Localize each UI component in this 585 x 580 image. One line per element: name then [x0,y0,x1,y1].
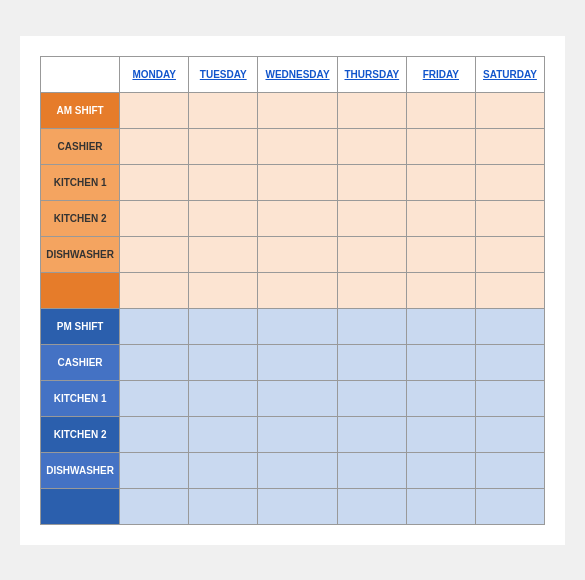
kitchen1-am-thu [337,164,406,200]
table-row: CASHIER [41,128,545,164]
cashier-pm-sat [475,344,544,380]
am-extra-label [41,272,120,308]
dishwasher-am-wed [258,236,338,272]
kitchen2-pm-tue [189,416,258,452]
kitchen1-am-mon [120,164,189,200]
dishwasher-pm-thu [337,452,406,488]
table-row: KITCHEN 2 [41,200,545,236]
dishwasher-pm-mon [120,452,189,488]
dishwasher-am-sat [475,236,544,272]
kitchen1-pm-sat [475,380,544,416]
table-row: KITCHEN 2 [41,416,545,452]
cashier-pm-fri [406,344,475,380]
kitchen1-am-fri [406,164,475,200]
header-wednesday: WEDNESDAY [258,56,338,92]
kitchen2-pm-mon [120,416,189,452]
header-empty [41,56,120,92]
kitchen1-am-label: KITCHEN 1 [41,164,120,200]
pm-extra-mon [120,488,189,524]
header-thursday: THURSDAY [337,56,406,92]
cashier-am-thu [337,128,406,164]
pm-shift-fri [406,308,475,344]
kitchen2-pm-thu [337,416,406,452]
table-row: DISHWASHER [41,452,545,488]
table-row: PM SHIFT [41,308,545,344]
kitchen2-pm-label: KITCHEN 2 [41,416,120,452]
am-shift-mon [120,92,189,128]
kitchen2-am-thu [337,200,406,236]
am-extra-wed [258,272,338,308]
dishwasher-pm-fri [406,452,475,488]
kitchen1-pm-fri [406,380,475,416]
header-monday: MONDAY [120,56,189,92]
kitchen1-pm-thu [337,380,406,416]
am-shift-thu [337,92,406,128]
cashier-am-wed [258,128,338,164]
am-extra-tue [189,272,258,308]
pm-shift-wed [258,308,338,344]
dishwasher-am-thu [337,236,406,272]
pm-shift-sat [475,308,544,344]
pm-extra-thu [337,488,406,524]
table-row: DISHWASHER [41,236,545,272]
table-row [41,272,545,308]
kitchen1-pm-tue [189,380,258,416]
kitchen2-am-tue [189,200,258,236]
cashier-am-label: CASHIER [41,128,120,164]
pm-extra-tue [189,488,258,524]
am-extra-mon [120,272,189,308]
table-row: CASHIER [41,344,545,380]
cashier-pm-mon [120,344,189,380]
dishwasher-pm-tue [189,452,258,488]
schedule-page: MONDAY TUESDAY WEDNESDAY THURSDAY FRIDAY… [20,36,565,545]
table-row: KITCHEN 1 [41,380,545,416]
table-row: AM SHIFT [41,92,545,128]
dishwasher-am-tue [189,236,258,272]
am-shift-sat [475,92,544,128]
cashier-am-fri [406,128,475,164]
am-extra-fri [406,272,475,308]
kitchen2-am-label: KITCHEN 2 [41,200,120,236]
kitchen2-pm-sat [475,416,544,452]
kitchen1-pm-mon [120,380,189,416]
kitchen2-am-fri [406,200,475,236]
dishwasher-am-label: DISHWASHER [41,236,120,272]
am-shift-fri [406,92,475,128]
cashier-am-tue [189,128,258,164]
table-row [41,488,545,524]
dishwasher-am-mon [120,236,189,272]
kitchen1-pm-wed [258,380,338,416]
cashier-am-sat [475,128,544,164]
cashier-pm-wed [258,344,338,380]
kitchen1-am-tue [189,164,258,200]
dishwasher-pm-wed [258,452,338,488]
pm-shift-mon [120,308,189,344]
cashier-am-mon [120,128,189,164]
kitchen1-pm-label: KITCHEN 1 [41,380,120,416]
kitchen2-pm-fri [406,416,475,452]
am-shift-wed [258,92,338,128]
am-extra-sat [475,272,544,308]
cashier-pm-label: CASHIER [41,344,120,380]
cashier-pm-tue [189,344,258,380]
am-shift-label: AM SHIFT [41,92,120,128]
pm-extra-label [41,488,120,524]
pm-shift-thu [337,308,406,344]
dishwasher-pm-label: DISHWASHER [41,452,120,488]
am-extra-thu [337,272,406,308]
kitchen2-am-wed [258,200,338,236]
pm-shift-tue [189,308,258,344]
header-friday: FRIDAY [406,56,475,92]
dishwasher-am-fri [406,236,475,272]
dishwasher-pm-sat [475,452,544,488]
kitchen2-am-sat [475,200,544,236]
am-shift-tue [189,92,258,128]
kitchen2-am-mon [120,200,189,236]
pm-extra-sat [475,488,544,524]
cashier-pm-thu [337,344,406,380]
kitchen1-am-wed [258,164,338,200]
pm-extra-wed [258,488,338,524]
kitchen1-am-sat [475,164,544,200]
header-tuesday: TUESDAY [189,56,258,92]
pm-shift-label: PM SHIFT [41,308,120,344]
